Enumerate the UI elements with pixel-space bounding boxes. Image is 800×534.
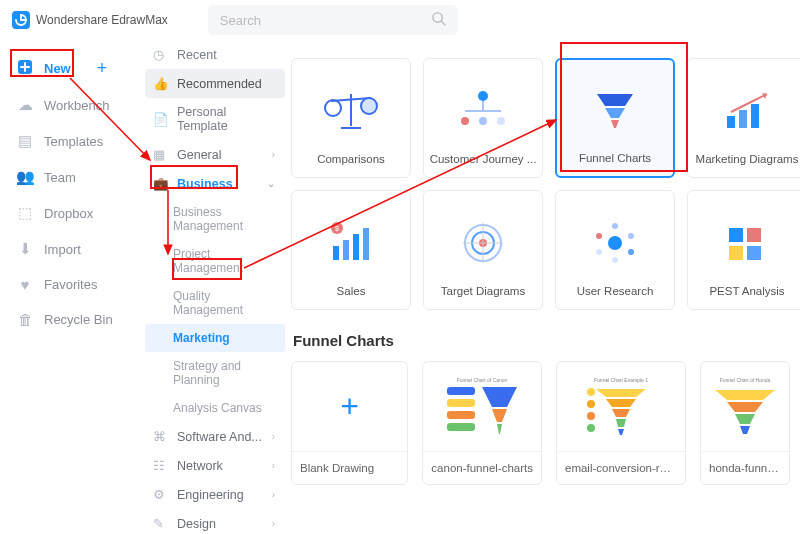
cloud-icon: ☁ bbox=[16, 96, 34, 114]
target-icon bbox=[428, 201, 538, 285]
svg-point-60 bbox=[587, 424, 595, 432]
card-pest[interactable]: PEST Analysis bbox=[687, 190, 800, 310]
category-nav: ◷Recent 👍Recommended 📄Personal Template … bbox=[145, 40, 285, 534]
code-icon: ⌘ bbox=[153, 429, 169, 444]
nav-recycle[interactable]: 🗑Recycle Bin bbox=[12, 302, 145, 337]
nav-new[interactable]: New bbox=[12, 50, 75, 87]
template-honda[interactable]: Funnel Chart of Honda honda-funnel-... bbox=[700, 361, 790, 485]
sub-label: Strategy and Planning bbox=[173, 359, 275, 387]
search-input[interactable] bbox=[220, 13, 431, 28]
svg-marker-50 bbox=[497, 424, 502, 434]
chevron-right-icon: › bbox=[272, 518, 275, 529]
svg-marker-49 bbox=[492, 409, 507, 422]
svg-rect-45 bbox=[447, 399, 475, 407]
cat-business[interactable]: 💼Business⌄ bbox=[145, 169, 285, 198]
card-sales[interactable]: $ Sales bbox=[291, 190, 411, 310]
marketing-icon bbox=[692, 69, 800, 153]
nav-label: Recycle Bin bbox=[44, 312, 113, 327]
svg-point-11 bbox=[461, 117, 469, 125]
briefcase-icon: 💼 bbox=[153, 176, 169, 191]
mid-label: Recommended bbox=[177, 77, 262, 91]
svg-rect-26 bbox=[363, 228, 369, 260]
sub-marketing[interactable]: Marketing bbox=[145, 324, 285, 352]
svg-marker-53 bbox=[606, 399, 636, 407]
nav-import[interactable]: ⬇Import bbox=[12, 231, 145, 267]
svg-rect-25 bbox=[353, 234, 359, 260]
card-comparisons[interactable]: Comparisons bbox=[291, 58, 411, 178]
mid-item-recent[interactable]: ◷Recent bbox=[145, 40, 285, 69]
template-blank[interactable]: + Blank Drawing bbox=[291, 361, 408, 485]
card-label: Comparisons bbox=[317, 153, 385, 165]
nav-templates[interactable]: ▤Templates bbox=[12, 123, 145, 159]
svg-point-5 bbox=[325, 100, 341, 116]
sub-analysis[interactable]: Analysis Canvas bbox=[145, 394, 285, 422]
cat-general[interactable]: ▦General› bbox=[145, 140, 285, 169]
svg-point-12 bbox=[479, 117, 487, 125]
sub-label: Analysis Canvas bbox=[173, 401, 262, 415]
nav-favorites[interactable]: ♥Favorites bbox=[12, 267, 145, 302]
svg-point-38 bbox=[612, 257, 618, 263]
template-email[interactable]: Funnel Chart Example 1 email-conversion-… bbox=[556, 361, 686, 485]
nav-label: Favorites bbox=[44, 277, 97, 292]
card-customer-journey[interactable]: Customer Journey ... bbox=[423, 58, 543, 178]
cat-network[interactable]: ☷Network› bbox=[145, 451, 285, 480]
primary-nav: New + ☁Workbench ▤Templates 👥Team ⬚Dropb… bbox=[0, 40, 145, 534]
svg-marker-65 bbox=[740, 426, 750, 434]
card-target-diagrams[interactable]: Target Diagrams bbox=[423, 190, 543, 310]
template-label: email-conversion-rate-of-c... bbox=[557, 452, 685, 484]
funnel-thumb: Funnel Chart of Honda bbox=[701, 362, 789, 452]
sub-label: Quality Management bbox=[173, 289, 275, 317]
card-label: Customer Journey ... bbox=[430, 153, 537, 165]
svg-point-33 bbox=[596, 233, 602, 239]
gear-icon: ⚙ bbox=[153, 487, 169, 502]
nav-label: Team bbox=[44, 170, 76, 185]
cat-software[interactable]: ⌘Software And...› bbox=[145, 422, 285, 451]
nav-label: Workbench bbox=[44, 98, 110, 113]
nav-team[interactable]: 👥Team bbox=[12, 159, 145, 195]
cat-engineering[interactable]: ⚙Engineering› bbox=[145, 480, 285, 509]
card-user-research[interactable]: User Research bbox=[555, 190, 675, 310]
mid-label: Recent bbox=[177, 48, 217, 62]
sub-project-mgmt[interactable]: Project Management bbox=[145, 240, 285, 282]
funnel-thumb: Funnel Chart of Canon bbox=[423, 362, 541, 452]
card-marketing-diagrams[interactable]: Marketing Diagrams bbox=[687, 58, 800, 178]
svg-point-59 bbox=[587, 412, 595, 420]
svg-rect-18 bbox=[739, 110, 747, 128]
svg-rect-19 bbox=[751, 104, 759, 128]
svg-rect-17 bbox=[727, 116, 735, 128]
app-title: Wondershare EdrawMax bbox=[36, 13, 168, 27]
app-logo: Wondershare EdrawMax bbox=[12, 11, 168, 29]
card-funnel-charts[interactable]: Funnel Charts bbox=[555, 58, 675, 178]
blank-thumb: + bbox=[292, 362, 407, 452]
mid-item-recommended[interactable]: 👍Recommended bbox=[145, 69, 285, 98]
team-icon: 👥 bbox=[16, 168, 34, 186]
svg-text:Funnel Chart of Canon: Funnel Chart of Canon bbox=[457, 377, 508, 383]
svg-marker-16 bbox=[611, 120, 619, 128]
pest-icon bbox=[692, 201, 800, 285]
journey-icon bbox=[428, 69, 538, 153]
content-area: Comparisons Customer Journey ... Funnel … bbox=[285, 40, 800, 534]
card-label: User Research bbox=[577, 285, 654, 297]
new-plus-button[interactable]: + bbox=[97, 58, 108, 79]
svg-rect-47 bbox=[447, 423, 475, 431]
sub-strategy[interactable]: Strategy and Planning bbox=[145, 352, 285, 394]
cat-design[interactable]: ✎Design› bbox=[145, 509, 285, 534]
template-canon[interactable]: Funnel Chart of Canon canon-funnel-chart… bbox=[422, 361, 542, 485]
svg-point-35 bbox=[596, 249, 602, 255]
svg-marker-55 bbox=[616, 419, 626, 427]
sub-quality-mgmt[interactable]: Quality Management bbox=[145, 282, 285, 324]
mid-item-personal[interactable]: 📄Personal Template bbox=[145, 98, 285, 140]
svg-marker-63 bbox=[727, 402, 763, 412]
nav-dropbox[interactable]: ⬚Dropbox bbox=[12, 195, 145, 231]
cat-label: Business bbox=[177, 177, 233, 191]
svg-point-57 bbox=[587, 388, 595, 396]
svg-rect-24 bbox=[343, 240, 349, 260]
template-label: Blank Drawing bbox=[292, 452, 407, 484]
svg-point-13 bbox=[497, 117, 505, 125]
cat-label: Software And... bbox=[177, 430, 262, 444]
search-box[interactable] bbox=[208, 5, 458, 35]
sub-business-mgmt[interactable]: Business Management bbox=[145, 198, 285, 240]
svg-point-37 bbox=[612, 223, 618, 229]
cat-label: Design bbox=[177, 517, 216, 531]
nav-workbench[interactable]: ☁Workbench bbox=[12, 87, 145, 123]
